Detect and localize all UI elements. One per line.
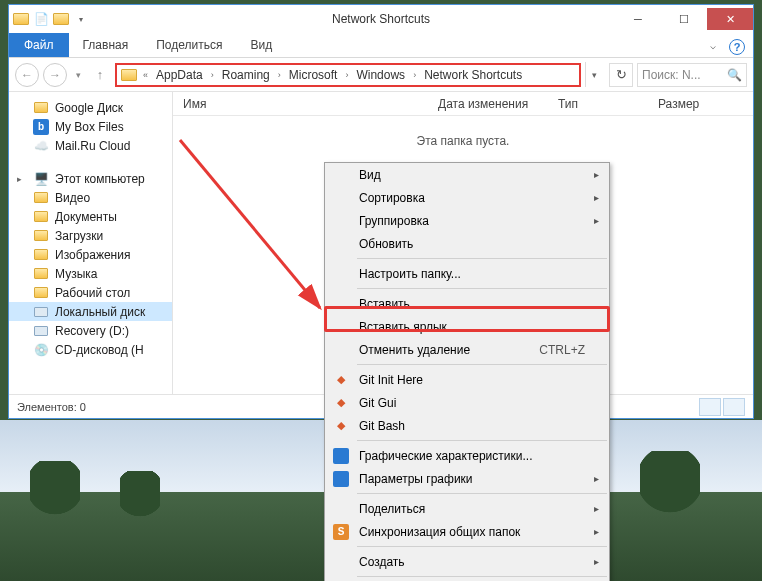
breadcrumb[interactable]: Roaming	[220, 68, 272, 82]
forward-button[interactable]: →	[43, 63, 67, 87]
context-menu-item[interactable]: SСинхронизация общих папок	[325, 520, 609, 543]
intel-icon	[333, 448, 349, 464]
address-bar[interactable]: « AppData › Roaming › Microsoft › Window…	[115, 63, 581, 87]
column-date[interactable]: Дата изменения	[428, 97, 548, 111]
context-menu-separator	[357, 288, 607, 289]
context-menu-item[interactable]: Вид	[325, 163, 609, 186]
git-icon: ◆	[333, 418, 349, 434]
context-menu-label: Группировка	[359, 214, 429, 228]
search-icon: 🔍	[727, 68, 742, 82]
back-button[interactable]: ←	[15, 63, 39, 87]
breadcrumb[interactable]: Network Shortcuts	[422, 68, 524, 82]
context-menu-label: Поделиться	[359, 502, 425, 516]
context-menu-label: Git Bash	[359, 419, 405, 433]
ribbon-tabs: Файл Главная Поделиться Вид ⌵ ?	[9, 33, 753, 58]
qat-newfolder-icon[interactable]	[53, 11, 69, 27]
sidebar-item-recovery[interactable]: Recovery (D:)	[9, 321, 172, 340]
view-details-icon[interactable]	[699, 398, 721, 416]
sidebar-item-box[interactable]: bMy Box Files	[9, 117, 172, 136]
context-menu-label: Вид	[359, 168, 381, 182]
search-input[interactable]: Поиск: N... 🔍	[637, 63, 747, 87]
tab-share[interactable]: Поделиться	[142, 33, 236, 57]
context-menu-label: Сортировка	[359, 191, 425, 205]
context-menu-item[interactable]: Поделиться	[325, 497, 609, 520]
git-icon: ◆	[333, 372, 349, 388]
file-tab[interactable]: Файл	[9, 33, 69, 57]
context-menu-separator	[357, 546, 607, 547]
context-menu-label: Отменить удаление	[359, 343, 470, 357]
context-menu-label: Обновить	[359, 237, 413, 251]
context-menu-label: Создать	[359, 555, 405, 569]
column-headers: Имя Дата изменения Тип Размер	[173, 92, 753, 116]
context-menu-shortcut: CTRL+Z	[539, 343, 585, 357]
breadcrumb[interactable]: AppData	[154, 68, 205, 82]
up-button[interactable]: ↑	[89, 64, 111, 86]
maximize-button[interactable]: ☐	[661, 8, 707, 30]
help-icon[interactable]: ?	[729, 39, 745, 55]
context-menu-label: Графические характеристики...	[359, 449, 532, 463]
sidebar-item-computer[interactable]: ▸🖥️Этот компьютер	[9, 169, 172, 188]
sidebar-item-videos[interactable]: Видео	[9, 188, 172, 207]
context-menu-item[interactable]: ◆Git Init Here	[325, 368, 609, 391]
tab-view[interactable]: Вид	[236, 33, 286, 57]
context-menu-separator	[357, 493, 607, 494]
titlebar: 📄 ▾ Network Shortcuts ─ ☐ ✕	[9, 5, 753, 33]
context-menu-item[interactable]: Вставить ярлык	[325, 315, 609, 338]
context-menu-item[interactable]: Сортировка	[325, 186, 609, 209]
sidebar-item-documents[interactable]: Документы	[9, 207, 172, 226]
context-menu-label: Git Init Here	[359, 373, 423, 387]
context-menu-item[interactable]: ◆Git Bash	[325, 414, 609, 437]
close-button[interactable]: ✕	[707, 8, 753, 30]
context-menu: ВидСортировкаГруппировкаОбновитьНастроит…	[324, 162, 610, 581]
column-size[interactable]: Размер	[648, 97, 753, 111]
status-item-count: Элементов: 0	[17, 401, 86, 413]
sidebar-item-google-disk[interactable]: Google Диск	[9, 98, 172, 117]
minimize-button[interactable]: ─	[615, 8, 661, 30]
context-menu-label: Синхронизация общих папок	[359, 525, 520, 539]
context-menu-item[interactable]: Создать	[325, 550, 609, 573]
context-menu-item[interactable]: Отменить удалениеCTRL+Z	[325, 338, 609, 361]
context-menu-item[interactable]: ◆Git Gui	[325, 391, 609, 414]
column-name[interactable]: Имя	[173, 97, 428, 111]
sidebar-item-mailru[interactable]: ☁️Mail.Ru Cloud	[9, 136, 172, 155]
context-menu-separator	[357, 258, 607, 259]
context-menu-item[interactable]: Настроить папку...	[325, 262, 609, 285]
context-menu-separator	[357, 440, 607, 441]
qat-properties-icon[interactable]: 📄	[33, 11, 49, 27]
context-menu-label: Git Gui	[359, 396, 396, 410]
context-menu-item[interactable]: Обновить	[325, 232, 609, 255]
ribbon-expand-icon[interactable]: ⌵	[701, 40, 725, 51]
column-type[interactable]: Тип	[548, 97, 648, 111]
address-dropdown-icon[interactable]: ▾	[585, 62, 603, 87]
sidebar-item-pictures[interactable]: Изображения	[9, 245, 172, 264]
sidebar-item-downloads[interactable]: Загрузки	[9, 226, 172, 245]
breadcrumb[interactable]: Windows	[354, 68, 407, 82]
sidebar-item-desktop[interactable]: Рабочий стол	[9, 283, 172, 302]
intel-icon	[333, 471, 349, 487]
context-menu-item[interactable]: Графические характеристики...	[325, 444, 609, 467]
view-large-icon[interactable]	[723, 398, 745, 416]
git-icon: ◆	[333, 395, 349, 411]
qat-dropdown-icon[interactable]: ▾	[73, 11, 89, 27]
context-menu-separator	[357, 576, 607, 577]
context-menu-label: Вставить	[359, 297, 410, 311]
context-menu-label: Параметры графики	[359, 472, 473, 486]
sidebar-item-music[interactable]: Музыка	[9, 264, 172, 283]
context-menu-item[interactable]: Группировка	[325, 209, 609, 232]
empty-folder-message: Эта папка пуста.	[173, 134, 753, 148]
context-menu-item[interactable]: Вставить	[325, 292, 609, 315]
context-menu-item[interactable]: Параметры графики	[325, 467, 609, 490]
sidebar-item-local-disk[interactable]: Локальный диск	[9, 302, 172, 321]
sidebar-item-cd[interactable]: 💿CD-дисковод (H	[9, 340, 172, 359]
context-menu-label: Вставить ярлык	[359, 320, 447, 334]
navigation-bar: ← → ▾ ↑ « AppData › Roaming › Microsoft …	[9, 58, 753, 92]
refresh-button[interactable]: ↻	[609, 63, 633, 87]
navigation-pane: Google Диск bMy Box Files ☁️Mail.Ru Clou…	[9, 92, 173, 394]
window-icon	[13, 11, 29, 27]
history-dropdown-icon[interactable]: ▾	[71, 70, 85, 80]
search-placeholder: Поиск: N...	[642, 68, 701, 82]
sync-icon: S	[333, 524, 349, 540]
context-menu-label: Настроить папку...	[359, 267, 461, 281]
tab-home[interactable]: Главная	[69, 33, 143, 57]
breadcrumb[interactable]: Microsoft	[287, 68, 340, 82]
